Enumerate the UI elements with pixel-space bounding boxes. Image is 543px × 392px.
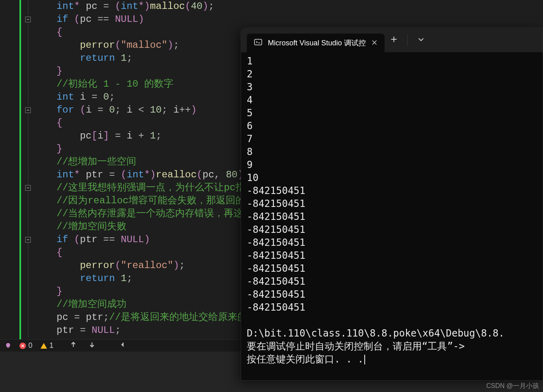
terminal-output[interactable]: 1 2 3 4 5 6 7 8 9 10 -842150451 -8421504…: [241, 52, 543, 380]
terminal-tab-title: Microsoft Visual Studio 调试控: [268, 38, 366, 48]
terminal-icon: [254, 38, 262, 48]
svg-rect-0: [254, 39, 262, 45]
fold-gutter[interactable]: [21, 0, 33, 339]
debug-console-window[interactable]: Microsoft Visual Studio 调试控 1 2 3 4 5 6 …: [241, 28, 543, 381]
terminal-cursor: [364, 355, 365, 364]
close-icon[interactable]: [372, 39, 377, 47]
watermark: CSDN @一月小孩: [486, 382, 539, 390]
terminal-titlebar[interactable]: Microsoft Visual Studio 调试控: [241, 28, 543, 52]
error-icon: [19, 343, 26, 349]
lightbulb-icon[interactable]: [5, 343, 11, 349]
fold-toggle[interactable]: [25, 185, 31, 191]
terminal-tab[interactable]: Microsoft Visual Studio 调试控: [247, 34, 385, 52]
tab-dropdown-icon[interactable]: [417, 36, 425, 45]
warning-icon: [41, 343, 47, 349]
fold-toggle[interactable]: [25, 107, 31, 113]
fold-toggle[interactable]: [25, 237, 31, 243]
code-line[interactable]: int* pc = (int*)malloc(40);: [33, 0, 543, 13]
errors-count: 0: [28, 341, 32, 350]
code-line[interactable]: if (pc == NULL): [33, 13, 543, 26]
warnings-count: 1: [49, 341, 53, 350]
fold-toggle[interactable]: [25, 17, 31, 22]
errors-item[interactable]: 0: [19, 341, 32, 350]
nav-down-icon[interactable]: [88, 341, 96, 350]
separator: [407, 34, 408, 46]
new-tab-button[interactable]: [390, 36, 398, 45]
nav-up-icon[interactable]: [70, 341, 77, 350]
warnings-item[interactable]: 1: [41, 341, 53, 350]
scroll-left-icon[interactable]: [120, 341, 125, 350]
